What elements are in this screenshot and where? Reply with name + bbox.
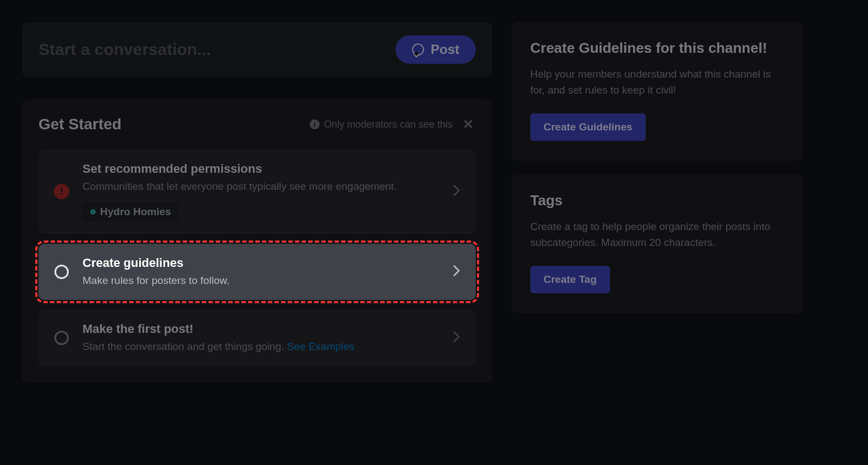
unchecked-circle-icon xyxy=(54,265,69,279)
create-guidelines-button[interactable]: Create Guidelines xyxy=(530,113,646,141)
get-started-items: ! Set recommended permissions Communitie… xyxy=(39,150,476,366)
tags-title: Tags xyxy=(530,192,784,209)
chevron-right-icon xyxy=(453,184,460,199)
moderator-only-note: i Only moderators can see this xyxy=(310,119,453,130)
guidelines-card: Create Guidelines for this channel! Help… xyxy=(512,22,803,161)
info-icon: i xyxy=(310,119,320,129)
get-started-header-right: i Only moderators can see this ✕ xyxy=(310,117,476,132)
gs-item-desc: Start the conversation and get things go… xyxy=(83,340,440,354)
tags-card: Tags Create a tag to help people organiz… xyxy=(512,174,803,313)
gs-item-title: Make the first post! xyxy=(83,322,440,336)
unchecked-circle-icon xyxy=(54,331,69,345)
guidelines-title: Create Guidelines for this channel! xyxy=(530,40,784,57)
gs-item-desc: Make rules for posters to follow. xyxy=(83,273,440,288)
tag-label: Hydro Homies xyxy=(100,206,171,218)
role-tag-chip: Hydro Homies xyxy=(83,202,179,222)
conversation-placeholder: Start a conversation... xyxy=(39,40,211,59)
tags-desc: Create a tag to help people organize the… xyxy=(530,219,784,250)
guidelines-desc: Help your members understand what this c… xyxy=(530,67,784,98)
create-tag-button[interactable]: Create Tag xyxy=(530,266,610,293)
start-conversation-box[interactable]: Start a conversation... Post xyxy=(22,22,492,77)
chevron-right-icon xyxy=(453,264,460,280)
post-button[interactable]: Post xyxy=(395,35,476,64)
tag-dot-icon xyxy=(90,209,96,215)
chevron-right-icon xyxy=(453,330,460,346)
gs-item-permissions[interactable]: ! Set recommended permissions Communitie… xyxy=(39,150,476,234)
gs-item-desc-text: Start the conversation and get things go… xyxy=(83,341,284,352)
chat-bubble-icon xyxy=(412,43,424,56)
get-started-panel: Get Started i Only moderators can see th… xyxy=(22,99,492,383)
close-icon[interactable]: ✕ xyxy=(460,117,476,132)
gs-item-desc: Communities that let everyone post typic… xyxy=(83,179,440,194)
moderator-note-text: Only moderators can see this xyxy=(324,119,453,130)
gs-item-create-guidelines[interactable]: Create guidelines Make rules for posters… xyxy=(39,244,476,300)
see-examples-link[interactable]: See Examples xyxy=(287,341,355,352)
get-started-title: Get Started xyxy=(39,116,122,133)
post-button-label: Post xyxy=(431,42,459,57)
gs-item-first-post[interactable]: Make the first post! Start the conversat… xyxy=(39,310,476,366)
gs-item-title: Set recommended permissions xyxy=(83,162,440,176)
alert-icon: ! xyxy=(54,184,69,199)
get-started-header: Get Started i Only moderators can see th… xyxy=(39,116,476,133)
gs-item-title: Create guidelines xyxy=(83,256,440,270)
